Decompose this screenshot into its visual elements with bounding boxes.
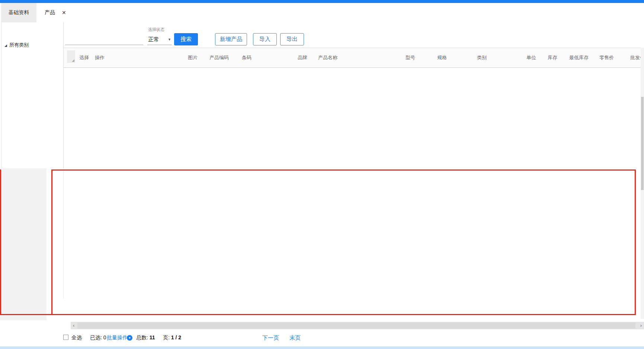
window-bottom-strip	[0, 346, 644, 349]
col-header-image: 图片	[188, 54, 198, 61]
next-page-button[interactable]: 下一页	[262, 334, 279, 342]
col-header-spec: 规格	[437, 54, 447, 61]
tab-label: 基础资料	[9, 9, 29, 16]
col-header-actions: 操作	[95, 54, 105, 61]
last-page-button[interactable]: 末页	[289, 334, 301, 342]
app-window: 基础资料 产品 ✕ + 选择状态 正常 ▼ 搜索 新增产品 导入 导出 ◢ 选择…	[0, 0, 644, 349]
vertical-scrollbar-thumb[interactable]	[641, 97, 644, 190]
table-header: ◢ 选择 操作 图片 产品编码 条码 品牌 产品名称 型号 规格 类别 单位 库…	[63, 48, 641, 68]
col-header-model: 型号	[406, 54, 415, 61]
tab-product[interactable]: 产品 ✕	[42, 3, 69, 22]
pagination-bar: 全选 已选: 0 批量操作 ▼ 总数: 11 页: 1 / 2 下一页 末页 每…	[0, 329, 644, 346]
col-header-brand: 品牌	[298, 54, 307, 61]
tab-label: 产品	[45, 9, 55, 16]
select-all-checkbox[interactable]	[63, 335, 68, 341]
status-filter-value: 正常	[148, 36, 159, 43]
scroll-left-icon[interactable]: ‹	[73, 323, 74, 329]
tab-basic-data[interactable]: 基础资料	[1, 3, 36, 22]
status-filter-label: 选择状态	[148, 27, 164, 32]
select-all-corner[interactable]: ◢	[67, 50, 75, 63]
bulk-action-link[interactable]: 批量操作	[107, 334, 128, 341]
selected-count: 已选: 0	[90, 334, 106, 341]
title-accent-bar	[0, 0, 644, 3]
corner-triangle-icon: ◢	[72, 59, 74, 62]
col-header-category: 类别	[477, 54, 487, 61]
col-header-stock: 库存	[548, 54, 557, 61]
col-header-select: 选择	[79, 54, 89, 61]
horizontal-scrollbar[interactable]: ‹ ›	[71, 322, 644, 329]
export-button[interactable]: 导出	[280, 33, 304, 45]
search-button[interactable]: 搜索	[174, 33, 198, 45]
col-header-minstock: 最低库存	[569, 54, 589, 61]
tree-expand-icon[interactable]: ◢	[4, 44, 7, 47]
page-indicator: 页: 1 / 2	[163, 334, 181, 341]
scroll-right-icon[interactable]: ›	[640, 323, 642, 329]
category-tree-panel: ◢所有类别	[1, 22, 64, 168]
status-filter-select[interactable]: 正常 ▼	[147, 34, 172, 45]
left-gutter	[0, 168, 47, 320]
horizontal-scrollbar-thumb[interactable]	[77, 323, 635, 329]
product-table	[63, 48, 641, 298]
col-header-name: 产品名称	[318, 54, 337, 61]
tree-root-all-categories[interactable]: ◢所有类别	[4, 42, 29, 49]
col-header-barcode: 条码	[242, 54, 251, 61]
vertical-scrollbar[interactable]	[641, 48, 644, 319]
tab-bar: 基础资料 产品 ✕	[0, 3, 644, 22]
add-product-button[interactable]: 新增产品	[215, 33, 247, 45]
import-button[interactable]: 导入	[253, 33, 277, 45]
chevron-down-icon: ▼	[168, 38, 171, 41]
bulk-action-dropdown-icon[interactable]: ▼	[127, 335, 132, 341]
select-all-label: 全选	[71, 334, 82, 341]
col-header-retail: 零售价	[588, 54, 614, 61]
close-tab-icon[interactable]: ✕	[62, 10, 66, 16]
total-count: 总数: 11	[136, 334, 155, 341]
col-header-unit: 单位	[526, 54, 536, 61]
search-input[interactable]	[65, 34, 143, 45]
col-header-code: 产品编码	[209, 54, 229, 61]
